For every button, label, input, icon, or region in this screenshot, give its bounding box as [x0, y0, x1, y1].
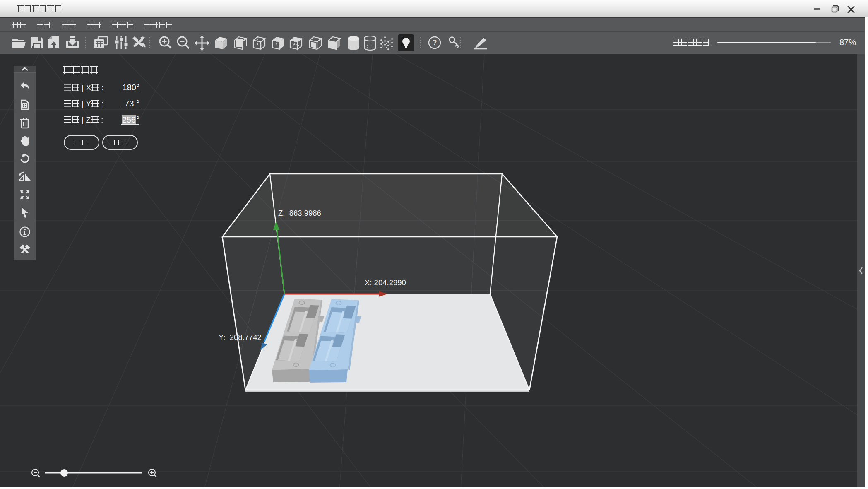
svg-text:?: ? — [433, 39, 437, 47]
